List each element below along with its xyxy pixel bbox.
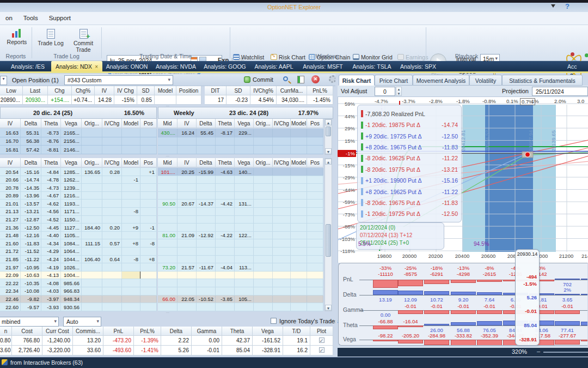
chain-row[interactable]: 22.60-9.57-3.93930.56 — [0, 303, 157, 311]
cell[interactable] — [140, 146, 157, 154]
cell[interactable]: 2146... — [61, 146, 82, 154]
chain-row[interactable]: 21.01-13.57-4.621193... — [0, 200, 157, 208]
cell[interactable] — [254, 295, 273, 303]
cell[interactable] — [122, 137, 140, 146]
cell[interactable] — [307, 239, 323, 247]
cell[interactable] — [307, 129, 323, 137]
cell[interactable] — [273, 256, 291, 263]
account-tab-partial[interactable]: Acc — [567, 63, 577, 70]
expiry-header-right[interactable]: Weekly23 dic. 24 (28)17.97% — [158, 107, 333, 119]
cell[interactable] — [197, 239, 216, 247]
cell[interactable] — [122, 200, 140, 207]
cell[interactable] — [140, 184, 157, 191]
cell[interactable] — [197, 137, 216, 146]
cell[interactable]: 20.78 — [0, 184, 21, 191]
cell[interactable] — [82, 279, 102, 287]
tab-msft[interactable]: Analysis: MSFT — [298, 61, 347, 72]
cell[interactable] — [122, 272, 140, 279]
cell[interactable] — [177, 224, 197, 231]
cell[interactable] — [102, 248, 122, 255]
cell[interactable] — [82, 129, 102, 137]
cell[interactable]: -10.08 — [21, 287, 41, 295]
cell[interactable] — [273, 224, 291, 231]
cell[interactable] — [291, 208, 307, 215]
cell[interactable] — [216, 137, 235, 146]
cell[interactable] — [197, 146, 216, 154]
cell[interactable]: -4.42 — [216, 200, 235, 207]
cell[interactable] — [307, 184, 323, 191]
cell[interactable]: -1 — [122, 176, 140, 184]
cell[interactable]: -8 — [122, 208, 140, 215]
cell[interactable]: 430.... — [158, 129, 177, 137]
cell[interactable] — [122, 129, 140, 137]
cell[interactable]: 1084... — [61, 239, 82, 247]
cell[interactable] — [197, 279, 216, 287]
cell[interactable] — [102, 176, 122, 184]
cell[interactable] — [197, 184, 216, 191]
cell[interactable]: 57.42 — [21, 146, 41, 154]
cell[interactable]: 985.66 — [61, 279, 82, 287]
cell[interactable] — [122, 184, 140, 191]
cell[interactable]: 22.60 — [0, 303, 21, 311]
trade-log-button[interactable]: Trade Log — [36, 29, 65, 46]
cell[interactable] — [216, 224, 235, 231]
cell[interactable] — [216, 192, 235, 200]
cell[interactable]: -4.73 — [41, 184, 61, 191]
cell[interactable] — [158, 287, 177, 295]
cell[interactable]: 16.24 — [177, 129, 197, 137]
cell[interactable]: -14.35 — [21, 184, 41, 191]
cell[interactable] — [177, 208, 197, 215]
cell[interactable] — [254, 272, 273, 279]
chain-row[interactable] — [158, 146, 323, 154]
cell[interactable] — [102, 216, 122, 224]
cell[interactable]: -12.16 — [21, 232, 41, 239]
cell[interactable]: -8.73 — [41, 129, 61, 137]
cell[interactable] — [291, 263, 307, 271]
cell[interactable] — [254, 232, 273, 239]
cell[interactable]: 21.57 — [177, 263, 197, 271]
chain-row[interactable]: 20.54-15.16-4.841285...136.650.28+1 — [0, 168, 157, 176]
cell[interactable] — [122, 303, 140, 311]
cell[interactable]: 966.83 — [61, 287, 82, 295]
cell[interactable] — [102, 295, 122, 303]
chain-row[interactable]: 66.0022.05-10.52-3.85105... — [158, 295, 323, 304]
cell[interactable]: 131... — [235, 200, 254, 207]
scroll-up-icon[interactable]: ▲ — [325, 119, 332, 125]
current-price-card[interactable]: 20930.14 -494 -1.5% 5.26 -0.01 85.04 -32… — [515, 249, 540, 346]
vol-adjust-spinner[interactable]: ▲▼ — [396, 87, 402, 96]
cell[interactable]: 16.81 — [0, 146, 21, 154]
cell[interactable] — [291, 168, 307, 176]
cell[interactable]: -4.04 — [216, 263, 235, 271]
tab-nvda[interactable]: Analysis: NVDA — [151, 61, 200, 72]
cell[interactable]: 55.31 — [21, 129, 41, 137]
strategy-select[interactable]: #343 Custom — [64, 75, 173, 85]
cell[interactable]: 21.36 — [0, 224, 21, 231]
cell[interactable]: -13.57 — [21, 200, 41, 207]
cell[interactable]: -8.76 — [41, 137, 61, 146]
cell[interactable]: 1026... — [61, 263, 82, 271]
cell[interactable] — [273, 200, 291, 207]
cell[interactable]: -8.81 — [41, 146, 61, 154]
cell[interactable] — [273, 263, 291, 271]
cell[interactable]: -4.22 — [216, 232, 235, 239]
cell[interactable]: -12.87 — [21, 216, 41, 224]
cell[interactable] — [197, 208, 216, 215]
scroll-up-icon[interactable]: ▲ — [325, 159, 332, 165]
cell[interactable] — [82, 200, 102, 207]
cell[interactable] — [307, 232, 323, 239]
chain-row[interactable]: 81.0021.09-12.92-4.22122... — [158, 232, 323, 240]
cell[interactable] — [158, 279, 177, 287]
chain-row[interactable]: 101....20.25-15.99-4.63140... — [158, 168, 323, 176]
chain-row[interactable]: 16.7056.38-8.762156... — [0, 137, 157, 146]
cell[interactable] — [307, 295, 323, 303]
cell[interactable] — [82, 287, 102, 295]
plot-checkbox[interactable]: ✓ — [310, 336, 333, 346]
cell[interactable]: 21.72 — [0, 248, 21, 255]
cell[interactable]: -8 — [140, 239, 157, 247]
projection-date-input[interactable]: 25/11/2024 — [532, 87, 588, 96]
cell[interactable] — [254, 146, 273, 154]
cell[interactable] — [216, 176, 235, 184]
cell[interactable]: 2165... — [61, 129, 82, 137]
cell[interactable] — [82, 303, 102, 311]
cell[interactable] — [102, 129, 122, 137]
